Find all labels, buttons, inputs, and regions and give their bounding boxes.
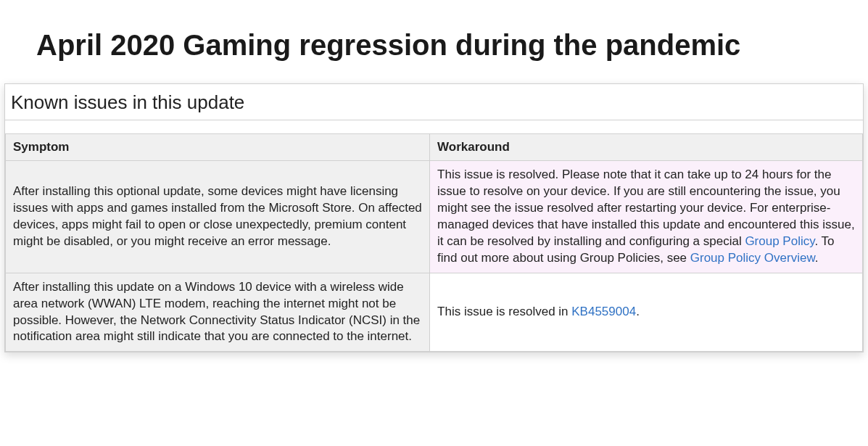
known-issues-table: Symptom Workaround After installing this… — [5, 133, 863, 352]
symptom-cell: After installing this update on a Window… — [6, 273, 430, 352]
table-header-row: Symptom Workaround — [6, 134, 863, 161]
header-symptom: Symptom — [6, 134, 430, 161]
workaround-cell: This issue is resolved in KB4559004. — [430, 273, 863, 352]
header-workaround: Workaround — [430, 134, 863, 161]
workaround-cell: This issue is resolved. Please note that… — [430, 161, 863, 273]
workaround-text: . — [636, 305, 640, 318]
known-issues-panel: Known issues in this update Symptom Work… — [4, 83, 864, 352]
workaround-text: This issue is resolved in — [437, 305, 571, 318]
workaround-text: . — [815, 251, 819, 265]
table-row: After installing this update on a Window… — [6, 273, 863, 352]
kb-link[interactable]: KB4559004 — [571, 305, 636, 318]
symptom-cell: After installing this optional update, s… — [6, 161, 430, 273]
group-policy-overview-link[interactable]: Group Policy Overview — [690, 251, 815, 265]
table-row: After installing this optional update, s… — [6, 161, 863, 273]
page-title: April 2020 Gaming regression during the … — [0, 0, 868, 83]
group-policy-link[interactable]: Group Policy — [745, 234, 814, 248]
panel-heading: Known issues in this update — [5, 84, 863, 120]
